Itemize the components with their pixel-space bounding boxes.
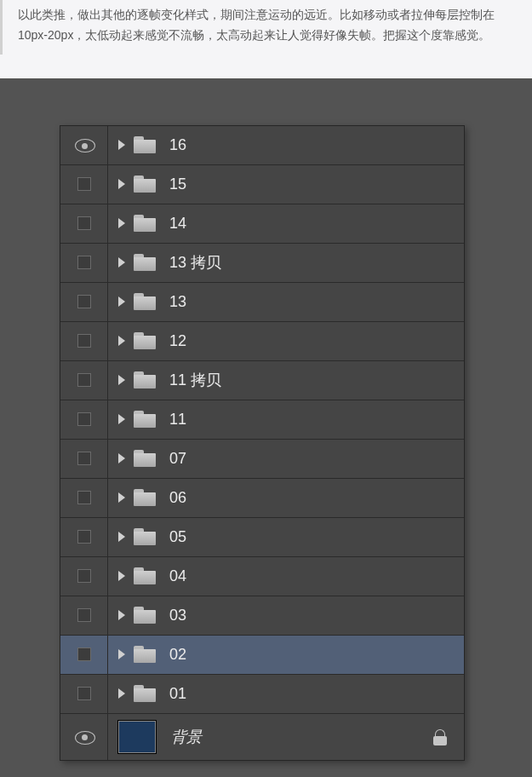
layer-name-label[interactable]: 12	[169, 332, 186, 350]
layer-content[interactable]: 16	[108, 126, 464, 164]
layer-content[interactable]: 04	[108, 557, 464, 596]
visibility-toggle[interactable]	[60, 675, 108, 713]
layer-name-label[interactable]: 13	[169, 293, 186, 311]
visibility-toggle[interactable]	[60, 636, 108, 674]
disclosure-triangle-icon[interactable]	[118, 375, 125, 385]
folder-icon	[134, 528, 156, 545]
folder-icon	[134, 685, 156, 702]
layer-content[interactable]: 11 拷贝	[108, 361, 464, 400]
layer-row[interactable]: 13	[60, 283, 464, 322]
layer-name-label[interactable]: 06	[169, 489, 186, 507]
visibility-toggle[interactable]	[60, 283, 108, 321]
layer-row[interactable]: 03	[60, 596, 464, 636]
layer-name-label[interactable]: 11	[169, 411, 186, 429]
layer-content[interactable]: 11	[108, 400, 464, 439]
layer-content[interactable]: 12	[108, 322, 464, 360]
layer-row[interactable]: 16	[60, 126, 464, 165]
folder-icon	[134, 607, 156, 624]
visibility-toggle[interactable]	[60, 440, 108, 478]
layer-content[interactable]: 06	[108, 479, 464, 517]
visibility-toggle[interactable]	[60, 244, 108, 282]
visibility-toggle[interactable]	[60, 204, 108, 243]
layer-content[interactable]: 01	[108, 675, 464, 713]
layer-name-label[interactable]: 02	[169, 646, 186, 664]
disclosure-triangle-icon[interactable]	[118, 492, 125, 503]
disclosure-triangle-icon[interactable]	[118, 649, 125, 659]
layer-row[interactable]: 04	[60, 557, 464, 596]
disclosure-triangle-icon[interactable]	[118, 179, 125, 189]
disclosure-triangle-icon[interactable]	[118, 414, 125, 424]
layer-row[interactable]: 14	[60, 204, 464, 244]
layer-row[interactable]: 06	[60, 479, 464, 518]
layer-name-label[interactable]: 03	[169, 607, 186, 624]
layer-row[interactable]: 11 拷贝	[60, 361, 464, 400]
layer-content[interactable]: 05	[108, 518, 464, 556]
instruction-text: 以此类推，做出其他的逐帧变化样式，期间注意运动的远近。比如移动或者拉伸每层控制在…	[0, 0, 532, 55]
visibility-empty-icon	[77, 608, 91, 622]
layer-row[interactable]: 07	[60, 440, 464, 479]
layer-name-label[interactable]: 16	[169, 136, 186, 154]
layer-content[interactable]: 07	[108, 440, 464, 478]
layer-row[interactable]: 02	[60, 636, 464, 675]
lock-icon[interactable]	[433, 729, 447, 745]
layer-thumbnail	[118, 721, 156, 753]
visibility-empty-icon	[77, 569, 91, 583]
layer-row[interactable]: 12	[60, 322, 464, 361]
folder-icon	[134, 136, 156, 153]
disclosure-triangle-icon[interactable]	[118, 218, 125, 228]
disclosure-triangle-icon[interactable]	[118, 453, 125, 463]
layer-name-label[interactable]: 07	[169, 450, 186, 468]
visibility-toggle[interactable]	[60, 400, 108, 439]
layer-content[interactable]: 13	[108, 283, 464, 321]
background-layer-row[interactable]: 背景	[60, 714, 464, 760]
disclosure-triangle-icon[interactable]	[118, 688, 125, 699]
layer-content[interactable]: 02	[108, 636, 464, 674]
visibility-toggle[interactable]	[60, 557, 108, 596]
visibility-empty-icon	[77, 334, 91, 348]
visibility-toggle[interactable]	[60, 361, 108, 400]
folder-icon	[134, 332, 156, 349]
layer-content[interactable]: 13 拷贝	[108, 244, 464, 282]
visibility-toggle[interactable]	[60, 165, 108, 204]
layers-panel: 16151413 拷贝131211 拷贝1107060504030201背景	[60, 125, 465, 761]
layer-name-label[interactable]: 13 拷贝	[169, 252, 221, 273]
layer-row[interactable]: 01	[60, 675, 464, 714]
layer-name-label[interactable]: 05	[169, 528, 186, 546]
disclosure-triangle-icon[interactable]	[118, 296, 125, 307]
layer-name-label[interactable]: 背景	[171, 727, 202, 747]
visibility-toggle[interactable]	[60, 518, 108, 556]
layer-name-label[interactable]: 11 拷贝	[169, 370, 221, 390]
visibility-empty-icon	[77, 530, 91, 544]
layer-content[interactable]: 15	[108, 165, 464, 204]
layer-row[interactable]: 15	[60, 165, 464, 204]
disclosure-triangle-icon[interactable]	[118, 571, 125, 581]
disclosure-triangle-icon[interactable]	[118, 257, 125, 268]
layer-name-label[interactable]: 14	[169, 215, 186, 233]
layer-row[interactable]: 13 拷贝	[60, 244, 464, 283]
layer-content[interactable]: 背景	[108, 714, 464, 760]
layer-content[interactable]: 14	[108, 204, 464, 243]
folder-icon	[134, 215, 156, 232]
folder-icon	[134, 176, 156, 193]
visibility-empty-icon	[77, 687, 91, 700]
layer-name-label[interactable]: 04	[169, 567, 186, 585]
disclosure-triangle-icon[interactable]	[118, 336, 125, 346]
disclosure-triangle-icon[interactable]	[118, 532, 125, 542]
layer-row[interactable]: 11	[60, 400, 464, 440]
layer-name-label[interactable]: 01	[169, 685, 186, 703]
disclosure-triangle-icon[interactable]	[118, 140, 125, 150]
layer-name-label[interactable]: 15	[169, 176, 186, 193]
visibility-toggle[interactable]	[60, 714, 108, 760]
layer-row[interactable]: 05	[60, 518, 464, 557]
eye-icon	[75, 731, 94, 743]
layer-content[interactable]: 03	[108, 596, 464, 635]
visibility-toggle[interactable]	[60, 322, 108, 360]
visibility-empty-icon	[77, 295, 91, 308]
visibility-toggle[interactable]	[60, 479, 108, 517]
visibility-toggle[interactable]	[60, 126, 108, 164]
folder-icon	[134, 293, 156, 310]
disclosure-triangle-icon[interactable]	[118, 610, 125, 620]
folder-icon	[134, 411, 156, 428]
visibility-toggle[interactable]	[60, 596, 108, 635]
folder-icon	[134, 254, 156, 271]
